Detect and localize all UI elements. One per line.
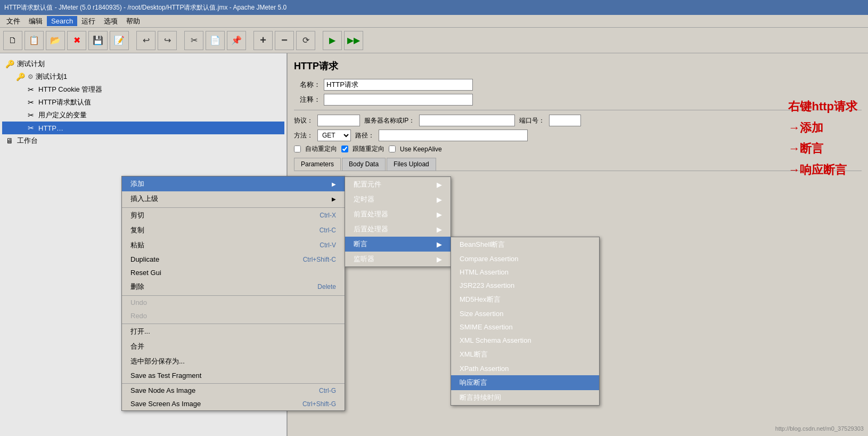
toolbar-saveall-button[interactable]: 📝	[110, 31, 129, 50]
port-label: 端口号：	[519, 116, 545, 125]
tree-item-testplan1[interactable]: 🔑 ⚙ 测试计划1	[2, 70, 284, 83]
follow-redirect-label: 跟随重定向	[353, 144, 384, 154]
comment-input[interactable]	[324, 94, 473, 106]
tree-item-httpdefault[interactable]: ✂ HTTP请求默认值	[2, 96, 284, 109]
toolbar: 🗋 📋 📂 ✖ 💾 📝 ↩ ↪ ✂ 📄 📌 + − ⟳ ▶ ▶▶	[0, 28, 868, 53]
annotation: 右键http请求 →添加 →断言 →响应断言	[788, 96, 857, 180]
server-input[interactable]	[419, 115, 515, 126]
protocol-input[interactable]	[317, 115, 360, 126]
testplan-icon: 🔑	[4, 59, 15, 69]
menu-options[interactable]: 选项	[100, 15, 122, 27]
ctx-paste-label: 粘贴	[130, 240, 144, 250]
menu-search[interactable]: Search	[47, 16, 77, 26]
tree-item-uservar[interactable]: ✂ 用户定义的变量	[2, 109, 284, 122]
ctx-delete[interactable]: 删除 Delete	[122, 279, 345, 294]
toolbar-add-button[interactable]: +	[253, 31, 273, 50]
toolbar-remove-button[interactable]: −	[275, 31, 294, 50]
submenu2-jsr223[interactable]: JSR223 Assertion	[451, 279, 599, 292]
menu-help[interactable]: 帮助	[122, 15, 144, 27]
submenu1-timer-label: 定时器	[354, 195, 374, 204]
tree-item-http[interactable]: ✂ HTTP…	[2, 122, 284, 134]
submenu2-xpath[interactable]: XPath Assertion	[451, 362, 599, 375]
tree-item-testplan[interactable]: 🔑 测试计划	[2, 58, 284, 70]
path-input[interactable]	[379, 130, 528, 141]
submenu2-xml[interactable]: XML断言	[451, 347, 599, 362]
submenu1-listener-label: 监听器	[354, 254, 374, 264]
tree-item-uservar-label: 用户定义的变量	[38, 110, 87, 120]
redirect-checkbox[interactable]	[294, 146, 301, 152]
ctx-savefragment-label: Save as Test Fragment	[130, 372, 201, 380]
ctx-open[interactable]: 打开...	[122, 324, 345, 339]
port-input[interactable]	[549, 115, 581, 126]
submenu1-post[interactable]: 后置处理器 ▶	[345, 222, 451, 237]
toolbar-close-button[interactable]: ✖	[67, 31, 86, 50]
toolbar-redo-button[interactable]: ↪	[158, 31, 177, 50]
tab-parameters[interactable]: Parameters	[294, 158, 341, 171]
ctx-saveas[interactable]: 选中部分保存为...	[122, 354, 345, 369]
menu-file[interactable]: 文件	[2, 15, 24, 27]
follow-redirect-checkbox[interactable]	[341, 146, 348, 152]
menu-run[interactable]: 运行	[77, 15, 100, 27]
ctx-merge[interactable]: 合并	[122, 339, 345, 354]
ctx-savescreenimage[interactable]: Save Screen As Image Ctrl+Shift-G	[122, 397, 345, 410]
server-label: 服务器名称或IP：	[364, 116, 415, 125]
menu-edit[interactable]: 编辑	[24, 15, 47, 27]
toolbar-undo-button[interactable]: ↩	[136, 31, 155, 50]
ctx-add-label: 添加	[130, 179, 144, 189]
submenu1-assert-label: 断言	[354, 239, 367, 249]
submenu1-config[interactable]: 配置元件 ▶	[345, 177, 451, 192]
submenu1-listener[interactable]: 监听器 ▶	[345, 252, 451, 267]
toolbar-new-button[interactable]: 🗋	[3, 31, 22, 50]
ctx-undo-label: Undo	[130, 298, 147, 306]
submenu2-smime[interactable]: SMIME Assertion	[451, 320, 599, 334]
submenu2-html[interactable]: HTML Assertion	[451, 265, 599, 279]
submenu2-duration[interactable]: 断言持续时间	[451, 390, 599, 405]
toolbar-open-button[interactable]: 📂	[46, 31, 65, 50]
toolbar-paste-button[interactable]: 📌	[227, 31, 246, 50]
submenu1-pre[interactable]: 前置处理器 ▶	[345, 207, 451, 222]
tree-item-cookie[interactable]: ✂ HTTP Cookie 管理器	[2, 83, 284, 96]
name-row: 名称：	[294, 79, 862, 91]
ctx-resetgui[interactable]: Reset Gui	[122, 266, 345, 279]
submenu1-post-arrow: ▶	[437, 225, 442, 233]
toolbar-cut-button[interactable]: ✂	[184, 31, 203, 50]
toolbar-runall-button[interactable]: ▶▶	[344, 31, 363, 50]
toolbar-template-button[interactable]: 📋	[24, 31, 44, 50]
ctx-insert-parent-label: 插入上级	[130, 194, 158, 204]
submenu2-response[interactable]: 响应断言	[451, 375, 599, 390]
submenu2-compare[interactable]: Compare Assertion	[451, 252, 599, 265]
ctx-paste[interactable]: 粘贴 Ctrl-V	[122, 238, 345, 253]
submenu1-config-arrow: ▶	[437, 181, 442, 189]
method-select[interactable]: GET POST	[317, 130, 351, 141]
submenu1-timer[interactable]: 定时器 ▶	[345, 192, 451, 207]
tab-files[interactable]: Files Upload	[387, 158, 436, 171]
ctx-insert-parent[interactable]: 插入上级 ▶	[122, 191, 345, 206]
tab-body[interactable]: Body Data	[342, 158, 386, 171]
comment-label: 注释：	[294, 95, 321, 104]
annotation-line1: 右键http请求	[788, 96, 857, 117]
name-input[interactable]	[324, 79, 473, 91]
toolbar-reset-button[interactable]: ⟳	[296, 31, 315, 50]
ctx-copy[interactable]: 复制 Ctrl-C	[122, 223, 345, 238]
ctx-cut[interactable]: 剪切 Ctrl-X	[122, 207, 345, 223]
name-label: 名称：	[294, 80, 321, 90]
toolbar-run-button[interactable]: ▶	[323, 31, 342, 50]
submenu2-md5hex[interactable]: MD5Hex断言	[451, 292, 599, 307]
toolbar-save-button[interactable]: 💾	[88, 31, 108, 50]
annotation-line4: →响应断言	[788, 159, 857, 181]
ctx-add[interactable]: 添加 ▶ 配置元件 ▶ 定时器 ▶ 前置处理器 ▶ 后置处理器 ▶	[122, 176, 345, 191]
submenu2-size[interactable]: Size Assertion	[451, 307, 599, 320]
keepalive-checkbox[interactable]	[389, 146, 396, 152]
comment-row: 注释：	[294, 94, 862, 106]
ctx-cut-label: 剪切	[130, 211, 144, 220]
tree-item-workbench[interactable]: 🖥 工作台	[2, 134, 284, 147]
ctx-savenodeimage[interactable]: Save Node As Image Ctrl-G	[122, 383, 345, 397]
ctx-savefragment[interactable]: Save as Test Fragment	[122, 369, 345, 382]
toolbar-copy-button[interactable]: 📄	[206, 31, 225, 50]
uservar-icon: ✂	[26, 110, 36, 120]
ctx-duplicate[interactable]: Duplicate Ctrl+Shift-C	[122, 253, 345, 266]
submenu2-beanshell[interactable]: BeanShell断言	[451, 237, 599, 252]
submenu1-assert[interactable]: 断言 ▶ BeanShell断言 Compare Assertion HTML …	[345, 237, 451, 252]
menu-bar: 文件 编辑 Search 运行 选项 帮助	[0, 15, 868, 28]
submenu2-xmlschema[interactable]: XML Schema Assertion	[451, 334, 599, 347]
